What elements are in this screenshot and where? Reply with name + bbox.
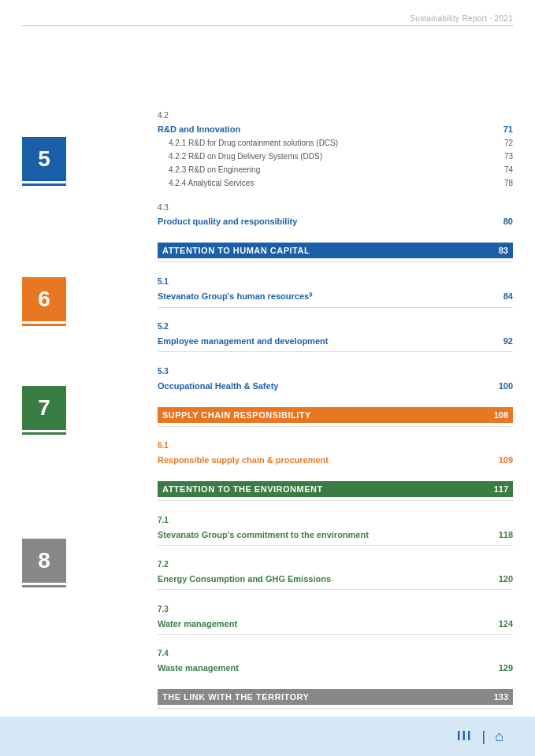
section-6-1-title-row: Responsible supply chain & procurement 1…	[158, 453, 513, 467]
section-7-2-title-row: Energy Consumption and GHG Emissions 120	[158, 572, 513, 586]
section-5-1-title: Stevanato Group's human resources⁵	[158, 291, 494, 302]
section-7-2-num-label: 7.2	[158, 560, 169, 569]
subsections-4-2: 4.2.1 R&D for Drug containment solutions…	[158, 136, 513, 190]
section-4-2-title: R&D and Innovation	[158, 124, 494, 134]
divider-7-2	[158, 589, 513, 590]
subsection-page: 73	[494, 152, 513, 161]
section-7-3-title: Water management	[158, 619, 494, 628]
chapter-6-page: 108	[494, 410, 508, 420]
section-6-1-num-label: 6.1	[158, 441, 169, 450]
chapter-underline-5	[22, 183, 66, 186]
chapter-7-header: ATTENTION TO THE ENVIRONMENT 117	[158, 481, 513, 497]
footer: III | ⌂	[0, 717, 535, 756]
divider-5-1	[158, 307, 513, 308]
chapter-underline-8	[22, 585, 66, 587]
chapter-8-label: THE LINK WITH THE TERRITORY	[162, 692, 309, 702]
section-4-2-title-row: R&D and Innovation 71	[158, 122, 513, 136]
chapter-5-page: 83	[499, 246, 508, 255]
subsection-label: 4.2.2 R&D on Drug Delivery Systems (DDS)	[169, 152, 494, 161]
section-4-3-title: Product quality and responsibility	[158, 217, 494, 226]
section-5-1-page: 84	[494, 291, 513, 301]
section-5-2-page: 92	[494, 336, 513, 346]
section-7-4: 7.4 Waste management 129	[158, 639, 513, 675]
section-7-4-num: 7.4	[158, 639, 513, 661]
section-6-1-page: 109	[494, 455, 513, 465]
section-5-3-num: 5.3	[158, 357, 513, 379]
chapter-underline-7	[22, 432, 66, 435]
toc-container: 4.2 R&D and Innovation 71 4.2.1 R&D for …	[158, 47, 513, 756]
section-7-2-title: Energy Consumption and GHG Emissions	[158, 574, 494, 584]
divider-7-3	[158, 634, 513, 635]
chapter-block-7: 7	[22, 386, 66, 430]
section-7-1-page: 118	[494, 530, 513, 539]
chapter-block-5: 5	[22, 137, 66, 181]
section-4-3-title-row: Product quality and responsibility 80	[158, 214, 513, 228]
footer-divider-icon: |	[481, 728, 485, 745]
section-7-1-title-row: Stevanato Group's commitment to the envi…	[158, 528, 513, 542]
section-7-3-title-row: Water management 124	[158, 617, 513, 631]
subsection-page: 78	[494, 179, 513, 187]
section-7-4-title: Waste management	[158, 663, 494, 673]
page-header: Sustainability Report · 2021	[410, 14, 513, 23]
section-7-2-page: 120	[494, 574, 513, 584]
section-7-4-num-label: 7.4	[158, 649, 169, 658]
subsection-label: 4.2.3 R&D on Engineering	[169, 165, 494, 174]
section-6-1: 6.1 Responsible supply chain & procureme…	[158, 431, 513, 467]
divider-5	[158, 261, 513, 262]
divider-5-2	[158, 351, 513, 352]
section-4-2-header: 4.2	[158, 102, 513, 122]
chapter-5-label: ATTENTION TO HUMAN CAPITAL	[162, 246, 310, 255]
chapter-8-page: 133	[494, 692, 508, 702]
chapter-block-6: 6	[22, 277, 66, 321]
section-4-3-num: 4.3	[158, 203, 169, 212]
section-6-1-title: Responsible supply chain & procurement	[158, 455, 494, 465]
subsection-page: 72	[494, 139, 513, 147]
section-5-2-num-label: 5.2	[158, 322, 169, 331]
chapter-8-header: THE LINK WITH THE TERRITORY 133	[158, 689, 513, 705]
section-4-2-page: 71	[494, 124, 513, 134]
section-7-1: 7.1 Stevanato Group's commitment to the …	[158, 506, 513, 542]
section-5-2-title-row: Employee management and development 92	[158, 334, 513, 348]
section-7-2-num: 7.2	[158, 550, 513, 572]
section-5-2: 5.2 Employee management and development …	[158, 312, 513, 348]
divider-8	[158, 708, 513, 709]
subsection-item: 4.2.2 R&D on Drug Delivery Systems (DDS)…	[158, 150, 513, 163]
section-4-2-num: 4.2	[158, 111, 169, 120]
chapter-block-8: 8	[22, 539, 66, 583]
section-7-3: 7.3 Water management 124	[158, 595, 513, 631]
section-7-4-page: 129	[494, 663, 513, 673]
home-icon[interactable]: ⌂	[495, 728, 503, 745]
section-7-3-num: 7.3	[158, 595, 513, 617]
section-5-2-title: Employee management and development	[158, 336, 494, 346]
footer-page-number: III	[457, 729, 472, 743]
chapter-7-page: 117	[494, 484, 508, 494]
subsection-label: 4.2.1 R&D for Drug containment solutions…	[169, 139, 494, 147]
section-4-3-page: 80	[494, 217, 513, 226]
section-7-3-num-label: 7.3	[158, 605, 169, 613]
section-7-1-title: Stevanato Group's commitment to the envi…	[158, 530, 494, 539]
section-7-2: 7.2 Energy Consumption and GHG Emissions…	[158, 550, 513, 586]
divider-6	[158, 426, 513, 427]
section-5-1: 5.1 Stevanato Group's human resources⁵ 8…	[158, 267, 513, 304]
section-5-3-page: 100	[494, 381, 513, 391]
subsection-item: 4.2.1 R&D for Drug containment solutions…	[158, 136, 513, 150]
section-7-3-page: 124	[494, 619, 513, 628]
section-4-3: 4.3 Product quality and responsibility 8…	[158, 195, 513, 228]
chapter-6-label: SUPPLY CHAIN RESPONSIBILITY	[162, 410, 311, 420]
chapter-6-header: SUPPLY CHAIN RESPONSIBILITY 108	[158, 407, 513, 423]
section-4-3-num-row: 4.3	[158, 195, 513, 214]
section-5-3-num-label: 5.3	[158, 367, 169, 376]
divider-7	[158, 500, 513, 501]
subsection-item: 4.2.4 Analytical Services 78	[158, 176, 513, 190]
section-5-2-num: 5.2	[158, 312, 513, 334]
section-7-4-title-row: Waste management 129	[158, 661, 513, 675]
chapter-5-header: ATTENTION TO HUMAN CAPITAL 83	[158, 243, 513, 258]
section-5-3-title: Occupational Health & Safety	[158, 381, 494, 391]
section-5-1-num: 5.1	[158, 267, 513, 289]
section-7-1-num: 7.1	[158, 506, 513, 528]
section-5-3-title-row: Occupational Health & Safety 100	[158, 379, 513, 393]
section-5-3: 5.3 Occupational Health & Safety 100	[158, 357, 513, 393]
subsection-page: 74	[494, 165, 513, 174]
divider-7-1	[158, 545, 513, 546]
section-5-1-title-row: Stevanato Group's human resources⁵ 84	[158, 289, 513, 304]
